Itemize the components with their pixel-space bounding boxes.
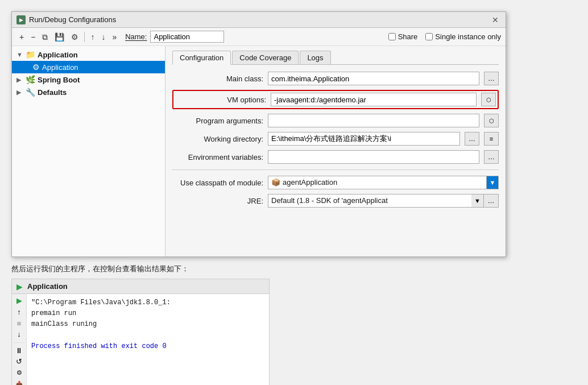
- share-checkbox-label[interactable]: Share: [388, 32, 418, 41]
- name-input[interactable]: [150, 31, 224, 43]
- dialog-title-group: ▶ Run/Debug Configurations: [16, 15, 116, 24]
- vm-options-label: VM options:: [175, 96, 266, 104]
- name-field-group: Name:: [125, 31, 224, 43]
- env-vars-row: Environment variables: …: [172, 150, 499, 164]
- share-area: Share Single instance only: [388, 32, 501, 41]
- console-panel: ▶ Application ▶ ↑ ■ ↓ ⏸ ↺ ⚙ 📤 "C:\Progra…: [11, 279, 270, 385]
- working-dir-label: Working directory:: [172, 135, 263, 143]
- tree-label-defaults: Defaults: [38, 88, 67, 97]
- name-label: Name:: [125, 32, 147, 41]
- console-header: ▶ Application: [12, 279, 269, 294]
- jre-browse-button[interactable]: …: [484, 194, 499, 208]
- main-class-browse-button[interactable]: …: [484, 72, 499, 85]
- working-dir-browse-button[interactable]: …: [465, 132, 479, 146]
- tab-configuration[interactable]: Configuration: [172, 51, 231, 65]
- stop-button[interactable]: ■: [14, 318, 25, 328]
- dialog-titlebar: ▶ Run/Debug Configurations ✕: [12, 12, 506, 28]
- up-scroll-button[interactable]: ↑: [14, 308, 25, 317]
- tree-item-application-folder[interactable]: ▼ 📁 Application: [12, 48, 165, 61]
- classpath-select-wrap: 📦agentApplication ▼: [268, 176, 499, 189]
- expand-arrow-icon: ▼: [16, 51, 23, 58]
- working-dir-row: Working directory: … ≡: [172, 132, 499, 146]
- spring-icon: 🌿: [26, 75, 35, 84]
- program-args-row: Program arguments: ⬡: [172, 114, 499, 127]
- main-class-row: Main class: …: [172, 72, 499, 85]
- move-up-button[interactable]: ↑: [88, 31, 97, 43]
- remove-config-button[interactable]: −: [28, 31, 38, 43]
- tab-logs[interactable]: Logs: [300, 51, 330, 64]
- tree-label-application-folder: Application: [38, 51, 78, 59]
- console-body: ▶ ↑ ■ ↓ ⏸ ↺ ⚙ 📤 "C:\Program Files\Java\j…: [12, 294, 269, 385]
- jre-label: JRE:: [172, 197, 263, 205]
- main-class-input[interactable]: [268, 72, 479, 85]
- right-panel: Configuration Code Coverage Logs Main cl…: [165, 46, 506, 256]
- run-debug-dialog: ▶ Run/Debug Configurations ✕ + − ⧉ 💾 ⚙ ↑…: [11, 11, 506, 257]
- console-toolbar-sep: [14, 342, 25, 343]
- tree-label-spring-boot: Spring Boot: [38, 76, 80, 84]
- main-class-label: Main class:: [172, 74, 263, 83]
- pause-button[interactable]: ⏸: [14, 346, 25, 355]
- classpath-dropdown-button[interactable]: ▼: [486, 176, 499, 189]
- spring-expand-arrow: ▶: [16, 76, 23, 84]
- env-vars-browse-button[interactable]: …: [484, 150, 499, 164]
- console-title: Application: [27, 282, 68, 291]
- console-output: "C:\Program Files\Java\jdk1.8.0_1: prema…: [27, 294, 269, 385]
- run-button[interactable]: ▶: [14, 296, 25, 305]
- copy-config-button[interactable]: ⧉: [39, 31, 51, 43]
- more-button[interactable]: »: [109, 31, 119, 43]
- save-config-button[interactable]: 💾: [52, 31, 67, 43]
- jre-row: JRE: Default (1.8 - SDK of 'agentApplica…: [172, 194, 499, 208]
- toolbar-separator: [84, 32, 85, 42]
- down-scroll-button[interactable]: ↓: [14, 330, 25, 339]
- tabs-container: Configuration Code Coverage Logs: [172, 51, 499, 65]
- export-button[interactable]: 📤: [14, 379, 25, 385]
- console-line-3: [31, 330, 264, 341]
- console-line-4: Process finished with exit code 0: [31, 341, 264, 352]
- app-icon: ⚙: [32, 63, 40, 72]
- console-line-1: premain run: [31, 308, 264, 319]
- working-dir-input[interactable]: [268, 132, 460, 146]
- edit-config-button[interactable]: ⚙: [68, 31, 81, 43]
- single-instance-checkbox[interactable]: [425, 33, 433, 40]
- console-line-0: "C:\Program Files\Java\jdk1.8.0_1:: [31, 297, 264, 308]
- vm-options-row: VM options: ⬡: [172, 90, 499, 109]
- program-args-input[interactable]: [268, 114, 479, 127]
- tab-logs-label: Logs: [307, 53, 323, 62]
- form-divider: [172, 169, 499, 170]
- env-vars-label: Environment variables:: [172, 153, 263, 162]
- tree-item-spring-boot[interactable]: ▶ 🌿 Spring Boot: [12, 73, 165, 86]
- jre-dropdown-button[interactable]: ▼: [471, 194, 484, 208]
- tab-configuration-label: Configuration: [180, 53, 223, 62]
- program-args-label: Program arguments:: [172, 117, 263, 125]
- close-button[interactable]: ✕: [490, 15, 501, 25]
- tree-label-application: Application: [42, 63, 78, 72]
- folder-icon: 📁: [26, 50, 35, 59]
- program-args-expand-button[interactable]: ⬡: [484, 114, 499, 127]
- jre-select-wrap: Default (1.8 - SDK of 'agentApplicat ▼ …: [268, 194, 499, 208]
- classpath-label: Use classpath of module:: [172, 179, 263, 187]
- tree-item-defaults[interactable]: ▶ 🔧 Defaults: [12, 86, 165, 98]
- env-vars-input[interactable]: [268, 150, 479, 164]
- jre-value-text: Default (1.8 - SDK of 'agentApplicat: [268, 194, 471, 208]
- share-label-text: Share: [398, 32, 418, 41]
- share-checkbox[interactable]: [388, 33, 396, 40]
- classpath-value: 📦agentApplication: [268, 176, 486, 189]
- dialog-title-text: Run/Debug Configurations: [29, 15, 116, 24]
- vm-options-input[interactable]: [271, 93, 477, 106]
- console-toolbar: ▶ ↑ ■ ↓ ⏸ ↺ ⚙ 📤: [12, 294, 27, 385]
- defaults-icon: 🔧: [26, 88, 35, 97]
- left-panel: ▼ 📁 Application ⚙ Application ▶ 🌿 Spring…: [12, 46, 165, 256]
- defaults-expand-arrow: ▶: [16, 89, 23, 96]
- vm-options-expand-button[interactable]: ⬡: [481, 93, 496, 106]
- settings-button[interactable]: ⚙: [14, 369, 25, 378]
- add-config-button[interactable]: +: [16, 31, 27, 43]
- rerun-button[interactable]: ↺: [14, 357, 25, 366]
- tree-item-application-selected[interactable]: ⚙ Application: [12, 61, 165, 73]
- single-instance-checkbox-label[interactable]: Single instance only: [425, 32, 501, 41]
- tab-code-coverage[interactable]: Code Coverage: [232, 51, 299, 64]
- single-instance-label-text: Single instance only: [435, 32, 501, 41]
- working-dir-var-button[interactable]: ≡: [484, 132, 499, 146]
- move-down-button[interactable]: ↓: [98, 31, 108, 43]
- dialog-body: ▼ 📁 Application ⚙ Application ▶ 🌿 Spring…: [12, 46, 506, 256]
- classpath-text: agentApplication: [283, 178, 337, 187]
